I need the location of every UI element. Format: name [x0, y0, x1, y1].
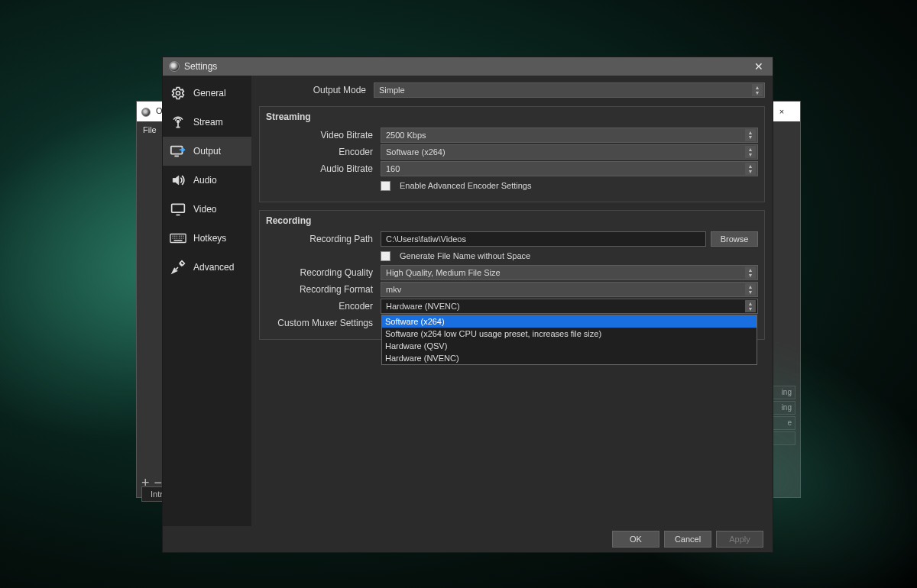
close-icon[interactable]: ✕ [751, 60, 766, 73]
remove-icon[interactable]: − [154, 475, 163, 491]
filename-nospace-checkbox[interactable] [381, 251, 390, 261]
streaming-panel: Streaming Video Bitrate 2500 Kbps ▲▼ Enc… [259, 106, 765, 202]
recording-format-label: Recording Format [266, 284, 381, 295]
add-icon[interactable]: + [141, 475, 150, 491]
menu-file[interactable]: File [143, 125, 157, 134]
recording-path-input[interactable]: C:\Users\fatiw\Videos [381, 231, 706, 247]
sidebar-item-label: Video [193, 204, 216, 215]
encoder-option[interactable]: Software (x264) [382, 315, 757, 328]
sidebar-item-stream[interactable]: Stream [163, 108, 251, 137]
streaming-encoder-value: Software (x264) [386, 147, 446, 157]
recording-quality-label: Recording Quality [266, 267, 381, 278]
recording-format-combo[interactable]: mkv ▲▼ [381, 282, 758, 297]
chevron-updown-icon: ▲▼ [745, 267, 756, 279]
sidebar-item-advanced[interactable]: Advanced [163, 253, 251, 282]
sidebar-item-output[interactable]: Output [163, 137, 251, 166]
obs-icon [169, 61, 180, 72]
output-mode-row: Output Mode Simple ▲▼ [259, 82, 765, 99]
output-mode-label: Output Mode [259, 85, 374, 95]
obs-icon [141, 108, 151, 117]
sidebar-item-label: Stream [193, 117, 223, 128]
antenna-icon [169, 115, 187, 129]
encoder-option[interactable]: Hardware (NVENC) [382, 352, 757, 364]
recording-path-value: C:\Users\fatiw\Videos [386, 234, 466, 244]
dialog-footer: OK Cancel Apply [163, 526, 773, 552]
browse-button[interactable]: Browse [711, 231, 758, 247]
cancel-button[interactable]: Cancel [664, 531, 711, 548]
chevron-updown-icon: ▲▼ [745, 300, 756, 312]
settings-titlebar: Settings ✕ [163, 57, 773, 76]
output-mode-value: Simple [379, 86, 405, 95]
encoder-option[interactable]: Hardware (QSV) [382, 340, 757, 352]
chevron-updown-icon: ▲▼ [745, 146, 756, 158]
audio-bitrate-combo[interactable]: 160 ▲▼ [381, 161, 758, 176]
chevron-updown-icon: ▲▼ [745, 283, 756, 296]
apply-button[interactable]: Apply [716, 531, 763, 548]
video-bitrate-value: 2500 Kbps [386, 131, 426, 140]
svg-rect-3 [172, 204, 185, 212]
sidebar-item-label: Hotkeys [193, 233, 226, 244]
sidebar-item-general[interactable]: General [163, 79, 251, 108]
recording-format-value: mkv [386, 285, 401, 294]
custom-muxer-label: Custom Muxer Settings [266, 318, 381, 328]
streaming-encoder-label: Encoder [266, 147, 381, 157]
settings-title: Settings [184, 61, 217, 72]
output-icon [169, 144, 187, 158]
speaker-icon [169, 173, 187, 187]
sidebar-item-label: Advanced [193, 262, 234, 273]
advanced-encoder-checkbox[interactable] [381, 181, 390, 191]
recording-title: Recording [266, 215, 758, 226]
recording-quality-value: High Quality, Medium File Size [386, 268, 501, 277]
recording-quality-combo[interactable]: High Quality, Medium File Size ▲▼ [381, 265, 758, 280]
recording-encoder-value: Hardware (NVENC) [386, 302, 460, 311]
chevron-updown-icon: ▲▼ [752, 84, 763, 96]
keyboard-icon [169, 231, 187, 245]
sidebar-item-label: Output [193, 146, 221, 157]
gear-icon [169, 86, 187, 100]
ok-button[interactable]: OK [612, 531, 659, 548]
settings-main: Output Mode Simple ▲▼ Streaming Video Bi… [251, 76, 773, 526]
recording-path-label: Recording Path [266, 234, 381, 244]
sidebar-item-hotkeys[interactable]: Hotkeys [163, 224, 251, 253]
svg-point-0 [177, 92, 180, 95]
sidebar-item-label: General [193, 88, 226, 99]
video-bitrate-input[interactable]: 2500 Kbps ▲▼ [381, 128, 758, 143]
filename-nospace-label: Generate File Name without Space [400, 251, 530, 260]
monitor-icon [169, 202, 187, 216]
recording-encoder-combo[interactable]: Hardware (NVENC) ▲▼ Software (x264) Soft… [381, 299, 758, 314]
tools-icon [169, 260, 187, 274]
encoder-option[interactable]: Software (x264 low CPU usage preset, inc… [382, 328, 757, 340]
sidebar-item-audio[interactable]: Audio [163, 166, 251, 195]
sidebar-item-video[interactable]: Video [163, 195, 251, 224]
chevron-updown-icon: ▲▼ [745, 163, 756, 175]
advanced-encoder-label: Enable Advanced Encoder Settings [400, 181, 531, 190]
recording-panel: Recording Recording Path C:\Users\fatiw\… [259, 210, 765, 340]
streaming-title: Streaming [266, 111, 758, 122]
settings-sidebar: General Stream Output Audio [163, 76, 251, 526]
sidebar-item-label: Audio [193, 175, 217, 186]
output-mode-combo[interactable]: Simple ▲▼ [374, 82, 765, 98]
audio-bitrate-label: Audio Bitrate [266, 163, 381, 174]
video-bitrate-label: Video Bitrate [266, 130, 381, 141]
recording-encoder-label: Encoder [266, 301, 381, 312]
audio-bitrate-value: 160 [386, 164, 400, 173]
settings-dialog: Settings ✕ General Stream Output [162, 57, 773, 553]
parent-toolstrip: + − [141, 475, 162, 491]
recording-encoder-dropdown: Software (x264) Software (x264 low CPU u… [381, 315, 757, 365]
streaming-encoder-combo[interactable]: Software (x264) ▲▼ [381, 144, 758, 160]
spinner-icon[interactable]: ▲▼ [745, 129, 756, 141]
